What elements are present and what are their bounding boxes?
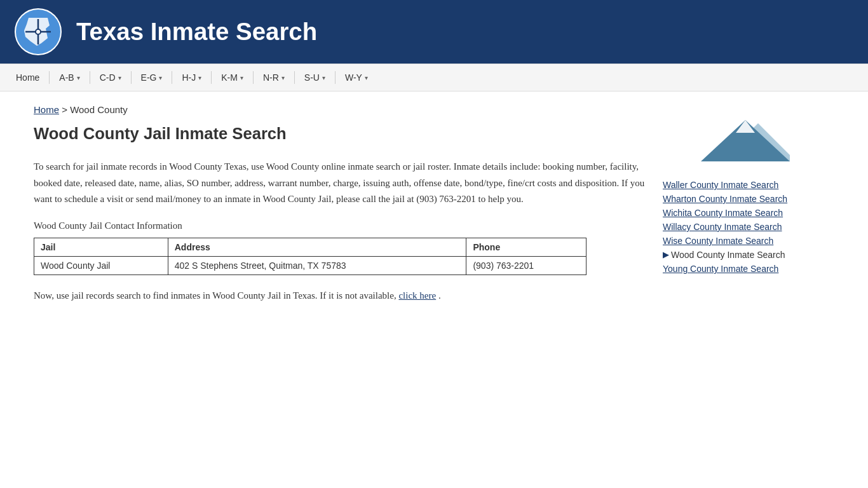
breadcrumb-home[interactable]: Home bbox=[34, 104, 59, 115]
sidebar-link-wise-county-inmate-search[interactable]: Wise County Inmate Search bbox=[663, 236, 828, 246]
mountain-graphic bbox=[663, 111, 828, 170]
table-row: Wood County Jail402 S Stephens Street, Q… bbox=[34, 256, 587, 274]
nav-item-n-r[interactable]: N-R ▾ bbox=[254, 64, 294, 92]
footer-text: Now, use jail records search to find inm… bbox=[34, 288, 650, 304]
table-cell: Wood County Jail bbox=[34, 256, 168, 274]
site-title: Texas Inmate Search bbox=[76, 18, 317, 46]
breadcrumb-current: Wood County bbox=[70, 104, 128, 115]
sidebar-link-willacy-county-inmate-search[interactable]: Willacy County Inmate Search bbox=[663, 222, 828, 232]
chevron-down-icon: ▾ bbox=[159, 74, 162, 81]
breadcrumb: Home > Wood County bbox=[34, 104, 650, 115]
table-header: JailAddressPhone bbox=[34, 238, 587, 256]
table-header-phone: Phone bbox=[466, 238, 587, 256]
sidebar: Waller County Inmate SearchWharton Count… bbox=[663, 104, 828, 304]
contact-heading: Wood County Jail Contact Information bbox=[34, 220, 650, 231]
jail-table: JailAddressPhone Wood County Jail402 S S… bbox=[34, 238, 587, 275]
nav-item-s-u[interactable]: S-U ▾ bbox=[295, 64, 335, 92]
nav-item-c-d[interactable]: C-D ▾ bbox=[90, 64, 131, 92]
nav-item-e-g[interactable]: E-G ▾ bbox=[132, 64, 172, 92]
nav-item-k-m[interactable]: K-M ▾ bbox=[212, 64, 253, 92]
table-cell: (903) 763-2201 bbox=[466, 256, 587, 274]
table-header-row: JailAddressPhone bbox=[34, 238, 587, 256]
nav-item-home[interactable]: Home bbox=[6, 64, 49, 92]
sidebar-links: Waller County Inmate SearchWharton Count… bbox=[663, 180, 828, 274]
sidebar-current-label: Wood County Inmate Search bbox=[671, 250, 785, 260]
breadcrumb-separator: > bbox=[62, 104, 70, 115]
footer-text-after: . bbox=[438, 290, 441, 301]
site-header: Texas Inmate Search bbox=[0, 0, 868, 64]
table-cell: 402 S Stephens Street, Quitman, TX 75783 bbox=[168, 256, 466, 274]
chevron-down-icon: ▾ bbox=[322, 74, 325, 81]
footer-text-before: Now, use jail records search to find inm… bbox=[34, 290, 397, 301]
nav-item-w-y[interactable]: W-Y ▾ bbox=[336, 64, 377, 92]
chevron-down-icon: ▾ bbox=[240, 74, 243, 81]
sidebar-link-young-county-inmate-search[interactable]: Young County Inmate Search bbox=[663, 264, 828, 274]
site-logo[interactable] bbox=[13, 6, 64, 57]
main-nav: HomeA-B ▾C-D ▾E-G ▾H-J ▾K-M ▾N-R ▾S-U ▾W… bbox=[0, 64, 868, 92]
sidebar-link-wichita-county-inmate-search[interactable]: Wichita County Inmate Search bbox=[663, 208, 828, 218]
sidebar-link-waller-county-inmate-search[interactable]: Waller County Inmate Search bbox=[663, 180, 828, 190]
sidebar-current-item: ▶Wood County Inmate Search bbox=[663, 250, 828, 260]
chevron-down-icon: ▾ bbox=[281, 74, 285, 81]
current-arrow-icon: ▶ bbox=[663, 250, 668, 260]
svg-point-6 bbox=[36, 30, 40, 34]
table-header-address: Address bbox=[168, 238, 466, 256]
chevron-down-icon: ▾ bbox=[365, 74, 368, 81]
table-header-jail: Jail bbox=[34, 238, 168, 256]
click-here-link[interactable]: click here bbox=[398, 290, 436, 301]
main-content: Home > Wood County Wood County Jail Inma… bbox=[34, 104, 663, 304]
nav-item-a-b[interactable]: A-B ▾ bbox=[50, 64, 89, 92]
chevron-down-icon: ▾ bbox=[77, 74, 80, 81]
chevron-down-icon: ▾ bbox=[198, 74, 201, 81]
sidebar-link-wharton-county-inmate-search[interactable]: Wharton County Inmate Search bbox=[663, 194, 828, 204]
table-body: Wood County Jail402 S Stephens Street, Q… bbox=[34, 256, 587, 274]
body-text: To search for jail inmate records in Woo… bbox=[34, 159, 650, 208]
nav-item-h-j[interactable]: H-J ▾ bbox=[172, 64, 211, 92]
page-title: Wood County Jail Inmate Search bbox=[34, 125, 650, 143]
chevron-down-icon: ▾ bbox=[118, 74, 121, 81]
